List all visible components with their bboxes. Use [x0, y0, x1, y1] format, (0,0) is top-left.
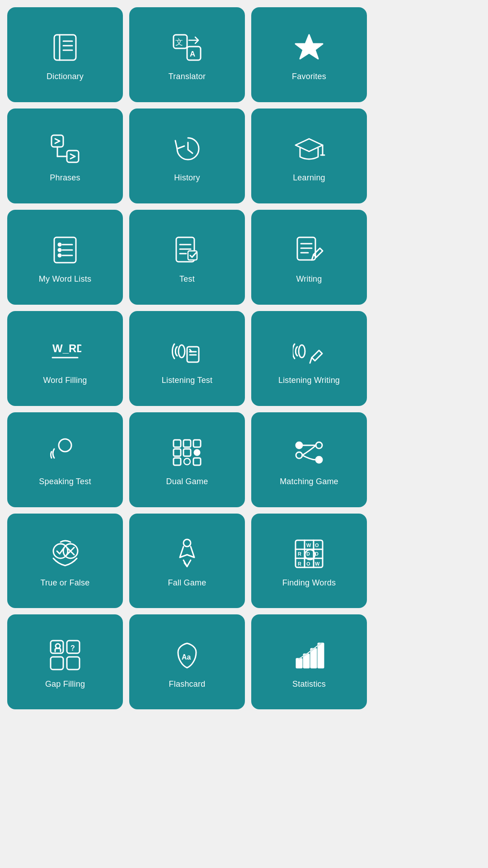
card-writing[interactable]: Writing: [251, 210, 367, 305]
true-or-false-icon: [47, 536, 83, 572]
svg-text:?: ?: [70, 644, 75, 652]
card-gap-filling[interactable]: ? Gap Filling: [7, 614, 123, 709]
svg-rect-172: [67, 657, 80, 670]
writing-icon: [291, 232, 327, 268]
learning-label: Learning: [293, 173, 325, 183]
svg-text:O: O: [306, 561, 310, 566]
svg-rect-178: [311, 649, 316, 668]
gap-filling-icon: ?: [47, 637, 83, 673]
svg-text:D: D: [306, 551, 310, 557]
card-speaking-test[interactable]: Speaking Test: [7, 412, 123, 507]
svg-text:W_RD: W_RD: [52, 342, 81, 354]
history-label: History: [174, 173, 200, 183]
card-dictionary[interactable]: Dictionary: [7, 7, 123, 102]
card-test[interactable]: Test: [129, 210, 245, 305]
card-true-or-false[interactable]: True or False: [7, 514, 123, 609]
translator-icon: 文 A: [169, 29, 205, 66]
svg-point-139: [194, 450, 200, 455]
svg-rect-176: [296, 659, 302, 668]
svg-point-127: [178, 345, 185, 358]
matching-game-label: Matching Game: [280, 477, 338, 486]
card-history[interactable]: History: [129, 108, 245, 203]
dual-game-icon: [169, 434, 205, 471]
svg-text:W: W: [315, 561, 320, 566]
svg-text:文: 文: [175, 38, 183, 47]
statistics-label: Statistics: [292, 679, 326, 689]
card-listening-writing[interactable]: Listening Writing: [251, 311, 367, 406]
dictionary-label: Dictionary: [47, 72, 84, 81]
test-label: Test: [179, 274, 195, 284]
fall-game-label: Fall Game: [168, 578, 206, 588]
svg-rect-138: [183, 449, 191, 456]
svg-point-146: [316, 457, 322, 463]
my-word-lists-icon: [47, 232, 83, 268]
svg-point-143: [296, 442, 302, 448]
svg-line-132: [310, 358, 312, 363]
flashcard-label: Flashcard: [169, 679, 206, 689]
word-filling-icon: W_RD: [47, 333, 83, 369]
svg-line-124: [312, 255, 314, 260]
word-filling-label: Word Filling: [43, 376, 87, 385]
card-fall-game[interactable]: Fall Game: [129, 514, 245, 609]
svg-rect-177: [304, 654, 309, 668]
card-listening-test[interactable]: Listening Test: [129, 311, 245, 406]
card-statistics[interactable]: Statistics: [251, 614, 367, 709]
listening-writing-icon: [291, 333, 327, 369]
svg-rect-179: [318, 643, 324, 668]
svg-rect-142: [193, 458, 201, 465]
favorites-icon: [291, 29, 327, 66]
svg-point-133: [59, 439, 71, 452]
svg-point-111: [58, 249, 61, 251]
card-flashcard[interactable]: Aa Flashcard: [129, 614, 245, 709]
finding-words-label: Finding Words: [282, 578, 336, 588]
svg-text:R: R: [298, 561, 301, 566]
learning-icon: [291, 131, 327, 167]
speaking-test-label: Speaking Test: [39, 477, 91, 486]
speaking-test-icon: [47, 434, 83, 471]
true-or-false-label: True or False: [41, 578, 90, 588]
svg-text:R: R: [298, 551, 301, 557]
svg-point-144: [296, 452, 302, 458]
card-favorites[interactable]: Favorites: [251, 7, 367, 102]
svg-point-151: [183, 539, 191, 547]
svg-point-145: [316, 442, 322, 448]
card-finding-words[interactable]: W O R D D R O W Finding Words: [251, 514, 367, 609]
favorites-label: Favorites: [292, 72, 326, 81]
card-translator[interactable]: 文 A Translator: [129, 7, 245, 102]
svg-rect-171: [51, 657, 63, 670]
translator-label: Translator: [169, 72, 206, 81]
svg-point-113: [58, 254, 61, 257]
card-learning[interactable]: Learning: [251, 108, 367, 203]
card-my-word-lists[interactable]: My Word Lists: [7, 210, 123, 305]
svg-text:O: O: [315, 542, 319, 548]
listening-test-icon: [169, 333, 205, 369]
my-word-lists-label: My Word Lists: [39, 274, 91, 284]
test-icon: [169, 232, 205, 268]
finding-words-icon: W O R D D R O W: [291, 536, 327, 572]
listening-writing-label: Listening Writing: [278, 376, 340, 385]
flashcard-icon: Aa: [169, 637, 205, 673]
card-dual-game[interactable]: Dual Game: [129, 412, 245, 507]
svg-point-141: [184, 458, 190, 465]
card-phrases[interactable]: Phrases: [7, 108, 123, 203]
card-word-filling[interactable]: W_RD Word Filling: [7, 311, 123, 406]
phrases-label: Phrases: [50, 173, 80, 183]
svg-text:A: A: [190, 50, 195, 58]
svg-rect-169: [51, 641, 63, 653]
svg-text:D: D: [315, 551, 319, 557]
matching-game-icon: [291, 434, 327, 471]
svg-rect-102: [67, 151, 79, 162]
phrases-icon: [47, 131, 83, 167]
card-matching-game[interactable]: Matching Game: [251, 412, 367, 507]
gap-filling-label: Gap Filling: [45, 679, 85, 689]
fall-game-icon: [169, 536, 205, 572]
svg-rect-135: [183, 440, 191, 447]
writing-label: Writing: [296, 274, 322, 284]
svg-rect-136: [193, 440, 201, 447]
app-grid: Dictionary 文 A Translator Favorites Phra…: [0, 0, 374, 717]
svg-point-131: [299, 345, 305, 358]
history-icon: [169, 131, 205, 167]
listening-test-label: Listening Test: [162, 376, 213, 385]
svg-text:Aa: Aa: [182, 653, 191, 661]
svg-rect-137: [174, 449, 181, 456]
